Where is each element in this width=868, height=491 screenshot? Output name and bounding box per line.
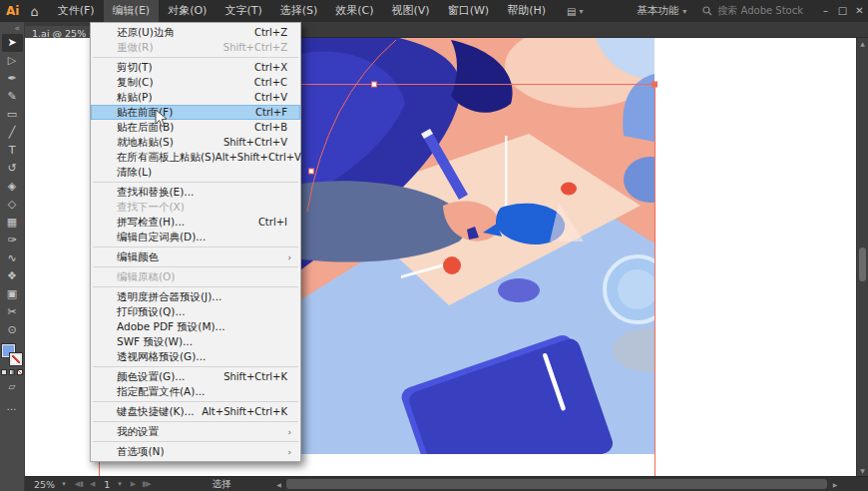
rectangle-tool[interactable]: ▭ — [2, 106, 23, 124]
menu-item-label: 查找下一个(X) — [117, 201, 300, 215]
menubar: Ai ⌂ 文件(F)编辑(E)对象(O)文字(T)选择(S)效果(C)视图(V)… — [0, 0, 868, 22]
pen-tool[interactable]: ✒ — [2, 70, 23, 88]
edit-menu-item[interactable]: 打印预设(Q)... — [91, 304, 300, 319]
eraser-tool[interactable]: ◈ — [2, 178, 23, 196]
edit-menu-item[interactable]: 还原(U)边角Ctrl+Z — [91, 25, 300, 40]
edit-menu-item[interactable]: 颜色设置(G)...Shift+Ctrl+K — [91, 369, 300, 384]
menu-separator — [93, 286, 298, 287]
eyedropper-tool[interactable]: ✑ — [2, 232, 23, 249]
type-tool[interactable]: T — [2, 142, 23, 160]
scroll-down-icon[interactable]: ▼ — [857, 465, 868, 476]
menubar-item[interactable]: 效果(C) — [326, 0, 382, 22]
edit-menu-item[interactable]: 查找和替换(E)... — [91, 185, 300, 200]
edit-menu-item[interactable]: 编辑自定词典(D)... — [91, 230, 300, 245]
workspace-switcher[interactable]: 基本功能 ▾ — [627, 4, 696, 18]
blend-tool[interactable]: ❖ — [2, 267, 23, 285]
minimize-button[interactable]: – — [817, 0, 834, 22]
zoom-level-value[interactable]: 25% — [25, 479, 60, 490]
maximize-button[interactable]: □ — [834, 0, 851, 22]
edit-menu-item[interactable]: 剪切(T)Ctrl+X — [91, 60, 300, 75]
menu-item-label: 重做(R) — [117, 41, 223, 55]
last-artboard-button[interactable]: ▮▶ — [139, 480, 154, 488]
direct-selection-tool[interactable]: ▷ — [2, 52, 23, 70]
menubar-item[interactable]: 帮助(H) — [498, 0, 555, 22]
color-button[interactable] — [1, 369, 7, 375]
rotate-tool[interactable]: ↺ — [2, 160, 23, 178]
menu-separator — [93, 401, 298, 402]
edit-menu-item[interactable]: 粘贴(P)Ctrl+V — [91, 90, 300, 105]
edit-menu-item[interactable]: 清除(L) — [91, 165, 300, 180]
menubar-item[interactable]: 对象(O) — [159, 0, 216, 22]
zoom-dropdown-icon[interactable]: ▾ — [60, 480, 72, 488]
previous-artboard-button[interactable]: ◀ — [87, 480, 98, 488]
current-tool-status: 选择 — [212, 478, 230, 491]
search-icon — [702, 6, 712, 16]
home-icon[interactable]: ⌂ — [26, 4, 48, 19]
menubar-item[interactable]: 视图(V) — [383, 0, 439, 22]
menu-separator — [93, 57, 298, 58]
menu-item-shortcut: Ctrl+F — [255, 107, 300, 118]
edit-menu-item[interactable]: 指定配置文件(A)... — [91, 384, 300, 399]
width-tool[interactable]: ∿ — [2, 249, 23, 267]
edit-menu-item[interactable]: 拼写检查(H)...Ctrl+I — [91, 215, 300, 230]
menu-item-label: 键盘快捷键(K)... — [117, 405, 202, 419]
edit-menu-item[interactable]: 键盘快捷键(K)...Alt+Shift+Ctrl+K — [91, 404, 300, 419]
artboard-tool[interactable]: ▣ — [2, 285, 23, 303]
scale-tool[interactable]: ◇ — [2, 196, 23, 214]
edit-menu-item[interactable]: 在所有画板上粘贴(S)Alt+Shift+Ctrl+V — [91, 150, 300, 165]
gradient-button[interactable] — [9, 369, 15, 375]
gradient-tool[interactable]: ▦ — [2, 214, 23, 232]
color-mode-buttons — [1, 369, 23, 375]
menu-item-label: 打印预设(Q)... — [117, 305, 300, 319]
drawing-mode-button[interactable]: ▱ — [9, 381, 16, 391]
scroll-right-icon[interactable]: ▶ — [829, 477, 841, 491]
first-artboard-button[interactable]: ◀▮ — [72, 480, 87, 488]
line-segment-tool[interactable]: ╱ — [2, 124, 23, 142]
edit-menu-item[interactable]: 贴在后面(B)Ctrl+B — [91, 120, 300, 135]
edit-menu-item[interactable]: 复制(C)Ctrl+C — [91, 75, 300, 90]
edit-menu-item[interactable]: 首选项(N)› — [91, 444, 300, 459]
menu-item-label: 就地粘贴(S) — [117, 136, 223, 150]
next-artboard-button[interactable]: ▶ — [128, 480, 139, 488]
app-logo-icon[interactable]: Ai — [0, 4, 26, 18]
submenu-arrow-icon: › — [287, 252, 291, 262]
close-button[interactable]: ✕ — [851, 0, 868, 22]
menubar-item[interactable]: 文字(T) — [216, 0, 270, 22]
edit-menu-item[interactable]: 透明度拼合器预设(J)... — [91, 289, 300, 304]
menu-item-shortcut: Alt+Shift+Ctrl+V — [216, 152, 314, 163]
menubar-item[interactable]: 文件(F) — [49, 0, 104, 22]
vertical-scroll-thumb[interactable] — [859, 247, 866, 281]
edit-menu-item[interactable]: SWF 预设(W)... — [91, 334, 300, 349]
stroke-color-swatch[interactable] — [10, 353, 22, 365]
edit-menu-item[interactable]: 编辑颜色› — [91, 249, 300, 264]
curvature-tool[interactable]: ✎ — [2, 88, 23, 106]
placed-artwork-image[interactable] — [301, 38, 654, 454]
slice-tool[interactable]: ✂ — [2, 303, 23, 321]
edit-menu-item[interactable]: 贴在前面(F)Ctrl+F — [91, 105, 300, 120]
zoom-tool[interactable]: ⊙ — [2, 321, 23, 339]
horizontal-scroll-thumb[interactable] — [286, 479, 827, 489]
workspace-label: 基本功能 — [637, 4, 678, 18]
artboard-dropdown-icon[interactable]: ▾ — [116, 480, 128, 488]
scroll-up-icon[interactable]: ▲ — [857, 38, 868, 49]
edit-menu-item[interactable]: 就地粘贴(S)Shift+Ctrl+V — [91, 135, 300, 150]
stock-search-input[interactable]: 搜索 Adobe Stock — [696, 4, 817, 18]
selection-tool[interactable]: ➤ — [2, 34, 23, 52]
edit-menu-item: 编辑原稿(O) — [91, 269, 300, 284]
menubar-item[interactable]: 编辑(E) — [104, 0, 160, 22]
menubar-item[interactable]: 窗口(W) — [439, 0, 498, 22]
edit-menu-item[interactable]: 我的设置› — [91, 424, 300, 439]
artboard-number-field[interactable]: 1 — [98, 479, 116, 490]
edit-menu-item[interactable]: 透视网格预设(G)... — [91, 349, 300, 364]
submenu-arrow-icon: › — [287, 447, 291, 457]
arrange-documents-control[interactable]: ▤ ▾ — [567, 6, 583, 17]
scroll-left-icon[interactable]: ◀ — [272, 477, 284, 491]
vertical-scrollbar[interactable]: ▲ ▼ — [856, 38, 868, 476]
menubar-item[interactable]: 选择(S) — [271, 0, 327, 22]
collapse-panel-icon[interactable]: « — [0, 23, 24, 34]
more-tools-button[interactable]: … — [7, 401, 18, 412]
edit-menu-item[interactable]: Adobe PDF 预设(M)... — [91, 319, 300, 334]
none-button[interactable] — [17, 369, 23, 375]
submenu-arrow-icon: › — [287, 427, 291, 437]
horizontal-scrollbar[interactable]: ◀ ▶ — [272, 477, 855, 491]
